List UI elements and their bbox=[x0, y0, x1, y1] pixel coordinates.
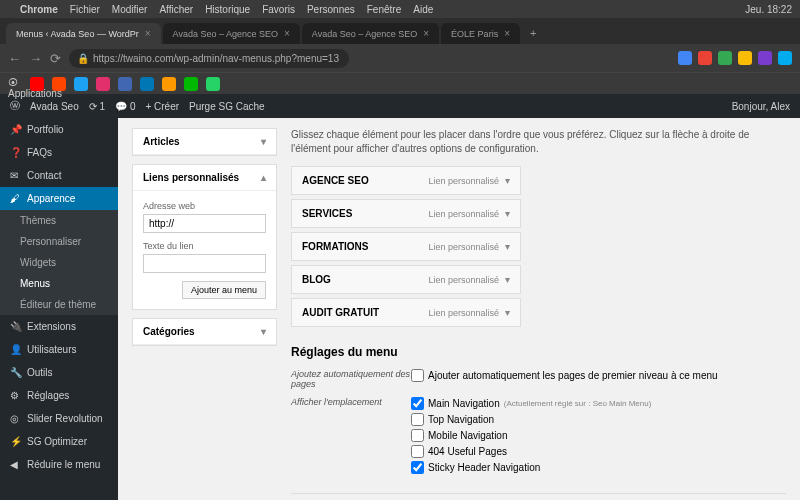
comments-badge[interactable]: 💬 0 bbox=[115, 101, 135, 112]
app-name[interactable]: Chrome bbox=[20, 4, 58, 15]
bookmark-icon[interactable] bbox=[162, 77, 176, 91]
ext-icon[interactable] bbox=[678, 51, 692, 65]
url-input[interactable] bbox=[143, 214, 266, 233]
sidebar-item-users[interactable]: 👤Utilisateurs bbox=[0, 338, 118, 361]
ext-icon[interactable] bbox=[778, 51, 792, 65]
tab-1[interactable]: Avada Seo – Agence SEO× bbox=[163, 23, 300, 44]
sidebar-item-slider[interactable]: ◎Slider Revolution bbox=[0, 407, 118, 430]
apps-button[interactable]: ⦿ Applications bbox=[8, 77, 22, 91]
menu-item-1[interactable]: SERVICESLien personnalisé▾ bbox=[291, 199, 521, 228]
sidebar-item-settings[interactable]: ⚙Réglages bbox=[0, 384, 118, 407]
bookmarks-bar: ⦿ Applications bbox=[0, 72, 800, 94]
back-icon[interactable]: ← bbox=[8, 51, 21, 66]
menu-people[interactable]: Personnes bbox=[307, 4, 355, 15]
sidebar-label: Contact bbox=[27, 170, 61, 181]
location-checkbox-3[interactable] bbox=[411, 445, 424, 458]
menu-bookmarks[interactable]: Favoris bbox=[262, 4, 295, 15]
sidebar-label: Extensions bbox=[27, 321, 76, 332]
menu-item-3[interactable]: BLOGLien personnalisé▾ bbox=[291, 265, 521, 294]
ring-icon: ◎ bbox=[10, 413, 21, 424]
sidebar-item-contact[interactable]: ✉Contact bbox=[0, 164, 118, 187]
submenu-widgets[interactable]: Widgets bbox=[0, 252, 118, 273]
auto-add-label: Ajoutez automatiquement des pages bbox=[291, 369, 411, 389]
bookmark-icon[interactable] bbox=[74, 77, 88, 91]
link-text-input[interactable] bbox=[143, 254, 266, 273]
menu-item-label: FORMATIONS bbox=[302, 241, 368, 252]
chevron-down-icon[interactable]: ▾ bbox=[505, 208, 510, 219]
url-field[interactable]: 🔒https://twaino.com/wp-admin/nav-menus.p… bbox=[69, 49, 349, 68]
site-name[interactable]: Avada Seo bbox=[30, 101, 79, 112]
bookmark-icon[interactable] bbox=[206, 77, 220, 91]
auto-add-checkbox[interactable] bbox=[411, 369, 424, 382]
menu-help[interactable]: Aide bbox=[413, 4, 433, 15]
panel-title: Liens personnalisés bbox=[143, 172, 239, 183]
submenu-theme-editor[interactable]: Éditeur de thème bbox=[0, 294, 118, 315]
add-items-column: Articles▾ Liens personnalisés▴ Adresse w… bbox=[132, 128, 277, 500]
panel-header-articles[interactable]: Articles▾ bbox=[133, 129, 276, 155]
purge-cache[interactable]: Purge SG Cache bbox=[189, 101, 265, 112]
menu-settings-title: Réglages du menu bbox=[291, 345, 786, 359]
location-checkbox-1[interactable] bbox=[411, 413, 424, 426]
sidebar-item-appearance[interactable]: 🖌Apparence bbox=[0, 187, 118, 210]
bookmark-icon[interactable] bbox=[96, 77, 110, 91]
tab-3[interactable]: ÉOLE Paris× bbox=[441, 23, 520, 44]
panel-header-custom[interactable]: Liens personnalisés▴ bbox=[133, 165, 276, 191]
updates-badge[interactable]: ⟳ 1 bbox=[89, 101, 105, 112]
close-icon[interactable]: × bbox=[145, 28, 151, 39]
bookmark-icon[interactable] bbox=[140, 77, 154, 91]
ext-icon[interactable] bbox=[738, 51, 752, 65]
menu-item-0[interactable]: AGENCE SEOLien personnalisé▾ bbox=[291, 166, 521, 195]
ext-icon[interactable] bbox=[698, 51, 712, 65]
close-icon[interactable]: × bbox=[284, 28, 290, 39]
sidebar-item-portfolio[interactable]: 📌Portfolio bbox=[0, 118, 118, 141]
menu-window[interactable]: Fenêtre bbox=[367, 4, 401, 15]
bookmark-icon[interactable] bbox=[118, 77, 132, 91]
tab-2[interactable]: Avada Seo – Agence SEO× bbox=[302, 23, 439, 44]
content-area: Articles▾ Liens personnalisés▴ Adresse w… bbox=[118, 118, 800, 500]
chevron-down-icon[interactable]: ▾ bbox=[505, 175, 510, 186]
location-label: Main Navigation bbox=[428, 398, 500, 409]
chevron-down-icon[interactable]: ▾ bbox=[505, 274, 510, 285]
location-checkbox-0[interactable] bbox=[411, 397, 424, 410]
close-icon[interactable]: × bbox=[423, 28, 429, 39]
wp-logo-icon[interactable]: ⓦ bbox=[10, 99, 20, 113]
sidebar-item-extensions[interactable]: 🔌Extensions bbox=[0, 315, 118, 338]
ext-icon[interactable] bbox=[758, 51, 772, 65]
sidebar-collapse[interactable]: ◀Réduire le menu bbox=[0, 453, 118, 476]
reload-icon[interactable]: ⟳ bbox=[50, 51, 61, 66]
submenu-menus[interactable]: Menus bbox=[0, 273, 118, 294]
location-checkbox-2[interactable] bbox=[411, 429, 424, 442]
menu-view[interactable]: Afficher bbox=[159, 4, 193, 15]
tab-title: Menus ‹ Avada Seo — WordPr bbox=[16, 29, 139, 39]
tab-0[interactable]: Menus ‹ Avada Seo — WordPr× bbox=[6, 23, 161, 44]
menu-file[interactable]: Fichier bbox=[70, 4, 100, 15]
new-content[interactable]: + Créer bbox=[145, 101, 179, 112]
ext-icon[interactable] bbox=[718, 51, 732, 65]
add-to-menu-button[interactable]: Ajouter au menu bbox=[182, 281, 266, 299]
pin-icon: 📌 bbox=[10, 124, 21, 135]
submenu-themes[interactable]: Thèmes bbox=[0, 210, 118, 231]
menu-item-type: Lien personnalisé bbox=[428, 308, 499, 318]
user-greeting[interactable]: Bonjour, Alex bbox=[732, 101, 790, 112]
panel-header-categories[interactable]: Catégories▾ bbox=[133, 319, 276, 345]
chevron-down-icon[interactable]: ▾ bbox=[505, 241, 510, 252]
forward-icon[interactable]: → bbox=[29, 51, 42, 66]
bookmark-icon[interactable] bbox=[52, 77, 66, 91]
chevron-down-icon: ▾ bbox=[261, 326, 266, 337]
sidebar-item-faqs[interactable]: ❓FAQs bbox=[0, 141, 118, 164]
chevron-down-icon[interactable]: ▾ bbox=[505, 307, 510, 318]
close-icon[interactable]: × bbox=[504, 28, 510, 39]
menu-history[interactable]: Historique bbox=[205, 4, 250, 15]
menu-item-2[interactable]: FORMATIONSLien personnalisé▾ bbox=[291, 232, 521, 261]
menu-edit[interactable]: Modifier bbox=[112, 4, 148, 15]
sidebar-item-sgoptimizer[interactable]: ⚡SG Optimizer bbox=[0, 430, 118, 453]
submenu-customize[interactable]: Personnaliser bbox=[0, 231, 118, 252]
bookmark-icon[interactable] bbox=[184, 77, 198, 91]
location-checkbox-4[interactable] bbox=[411, 461, 424, 474]
menu-item-4[interactable]: AUDIT GRATUITLien personnalisé▾ bbox=[291, 298, 521, 327]
bookmark-icon[interactable] bbox=[30, 77, 44, 91]
new-tab-button[interactable]: + bbox=[522, 22, 544, 44]
sidebar-item-tools[interactable]: 🔧Outils bbox=[0, 361, 118, 384]
sidebar-label: Slider Revolution bbox=[27, 413, 103, 424]
location-label: Mobile Navigation bbox=[428, 430, 508, 441]
